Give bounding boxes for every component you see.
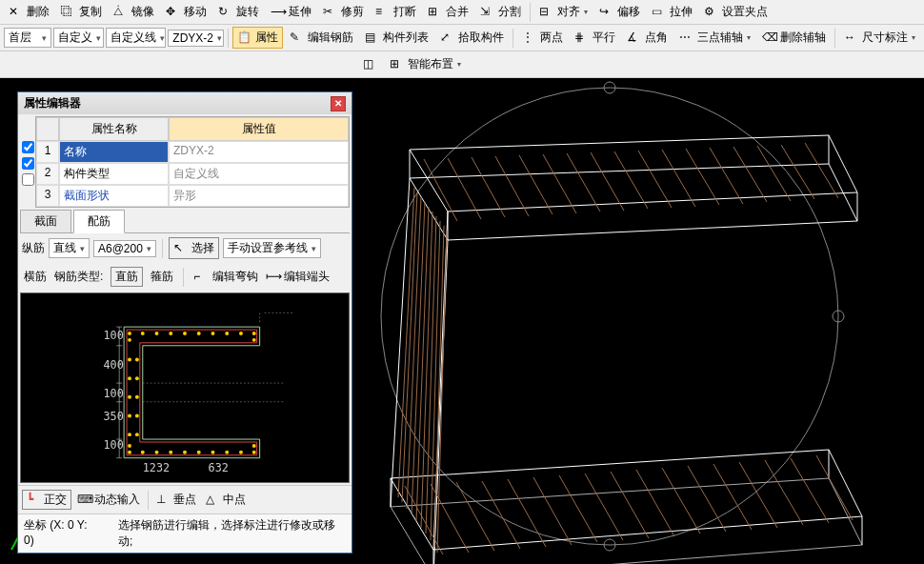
svg-text:350: 350 bbox=[103, 410, 123, 423]
zhi-button[interactable]: 直筋 bbox=[110, 267, 143, 287]
angle-icon: ∡ bbox=[627, 30, 642, 46]
select-button[interactable]: ↖选择 bbox=[169, 237, 219, 259]
perp-icon: ⊥ bbox=[156, 493, 171, 508]
mirror-button[interactable]: ⧊镜像 bbox=[109, 1, 159, 23]
svg-point-56 bbox=[197, 332, 201, 335]
svg-line-8 bbox=[519, 155, 552, 214]
smart-layout-button[interactable]: ⊞智能布置▾ bbox=[385, 53, 466, 75]
svg-point-68 bbox=[135, 395, 139, 399]
svg-line-17 bbox=[733, 147, 767, 202]
svg-point-63 bbox=[128, 358, 131, 362]
pointangle-button[interactable]: ∡点角 bbox=[622, 27, 673, 49]
svg-point-52 bbox=[141, 332, 145, 335]
extend-button[interactable]: ⟶延伸 bbox=[266, 1, 316, 23]
stretch-button[interactable]: ▭拉伸 bbox=[647, 1, 697, 23]
merge-icon: ⊞ bbox=[428, 5, 443, 20]
rotate-button[interactable]: ↻旋转 bbox=[213, 1, 264, 23]
editor-statusbar: 坐标 (X: 0 Y: 0) 选择钢筋进行编辑，选择标注进行修改或移动; bbox=[18, 514, 352, 553]
trim-button[interactable]: ✂修剪 bbox=[318, 1, 369, 23]
tab-section[interactable]: 截面 bbox=[20, 210, 71, 232]
svg-point-76 bbox=[141, 451, 145, 454]
hook-button[interactable]: ⌐ 编辑弯钩 bbox=[193, 269, 257, 285]
perp-snap[interactable]: ⊥垂点 bbox=[152, 491, 200, 509]
gu-button[interactable]: 箍筋 bbox=[151, 269, 173, 285]
tab-rebar[interactable]: 配筋 bbox=[73, 210, 125, 233]
end-icon: ⟼ bbox=[266, 270, 281, 285]
mid-snap[interactable]: △中点 bbox=[202, 491, 250, 509]
name-dropdown[interactable]: ZDYX-2 bbox=[168, 30, 224, 47]
move-icon: ✥ bbox=[166, 5, 181, 20]
offset-icon: ↪ bbox=[599, 5, 614, 20]
dim-button[interactable]: ↔尺寸标注▾ bbox=[839, 27, 920, 49]
svg-point-60 bbox=[252, 332, 256, 335]
svg-line-5 bbox=[448, 158, 481, 219]
parallel-button[interactable]: ⋕平行 bbox=[570, 27, 620, 49]
svg-point-84 bbox=[252, 451, 256, 454]
pick-button[interactable]: ⤢拾取构件 bbox=[435, 27, 509, 49]
copy-button[interactable]: ⿻复制 bbox=[56, 1, 107, 23]
move-button[interactable]: ✥移动 bbox=[161, 1, 211, 23]
threepoint-button[interactable]: ⋯三点辅轴▾ bbox=[674, 27, 755, 49]
svg-point-81 bbox=[211, 451, 215, 454]
type-dropdown[interactable]: 自定义线 bbox=[106, 28, 167, 48]
delete-button[interactable]: ✕删除 bbox=[4, 1, 54, 23]
svg-text:100: 100 bbox=[103, 438, 123, 452]
delaux-button[interactable]: ⌫删除辅轴 bbox=[757, 27, 831, 49]
svg-point-70 bbox=[135, 414, 139, 418]
svg-line-7 bbox=[495, 156, 529, 216]
toolbar-row-2: 首层 自定义 自定义线 ZDYX-2 📋属性 ✎编辑钢筋 ▤构件列表 ⤢拾取构件… bbox=[0, 25, 924, 51]
close-button[interactable]: ✕ bbox=[331, 96, 346, 111]
end-button[interactable]: ⟼ 编辑端头 bbox=[266, 269, 330, 285]
align-button[interactable]: ⊟对齐▾ bbox=[534, 1, 593, 23]
svg-line-12 bbox=[614, 151, 648, 209]
memberlist-button[interactable]: ▤构件列表 bbox=[360, 27, 433, 49]
svg-text:400: 400 bbox=[103, 358, 123, 372]
mirror-icon: ⧊ bbox=[113, 5, 129, 20]
rebar-subbar-2: 横筋 钢筋类型: 直筋 箍筋 ⌐ 编辑弯钩 ⟼ 编辑端头 bbox=[18, 263, 352, 291]
grid-row[interactable]: 1 名称 ZDYX-2 bbox=[36, 141, 349, 163]
properties-icon: 📋 bbox=[237, 30, 252, 46]
grid-row[interactable]: 2 构件类型 自定义线 bbox=[36, 163, 349, 185]
svg-point-82 bbox=[225, 451, 229, 454]
editrebar-button[interactable]: ✎编辑钢筋 bbox=[285, 27, 358, 49]
extend-icon: ⟶ bbox=[271, 5, 286, 20]
setgrip-button[interactable]: ⚙设置夹点 bbox=[699, 1, 773, 23]
section-preview[interactable]: 100 400 100 350 100 1232 632 bbox=[20, 292, 350, 483]
svg-line-20 bbox=[805, 143, 838, 198]
category-dropdown[interactable]: 自定义 bbox=[53, 28, 104, 48]
offset-button[interactable]: ↪偏移 bbox=[594, 1, 645, 23]
line-dropdown[interactable]: 直线 bbox=[49, 238, 90, 258]
svg-point-80 bbox=[197, 451, 201, 454]
threepoint-icon: ⋯ bbox=[679, 30, 694, 46]
svg-point-58 bbox=[225, 332, 229, 335]
toolbar-row-3: ◫ ⊞智能布置▾ bbox=[0, 51, 924, 78]
tool-icon-1[interactable]: ◫ bbox=[358, 54, 383, 75]
svg-point-71 bbox=[128, 433, 131, 436]
svg-line-16 bbox=[710, 148, 743, 204]
pick-icon: ⤢ bbox=[440, 30, 455, 46]
svg-point-66 bbox=[135, 376, 139, 380]
break-button[interactable]: ≡打断 bbox=[371, 1, 421, 23]
properties-button[interactable]: 📋属性 bbox=[232, 27, 283, 49]
row-2-check[interactable] bbox=[22, 157, 34, 170]
twopoint-button[interactable]: ⋮两点 bbox=[517, 27, 568, 49]
merge-button[interactable]: ⊞合并 bbox=[423, 1, 473, 23]
ref-dropdown[interactable]: 手动设置参考线 bbox=[223, 238, 321, 258]
panel-titlebar[interactable]: 属性编辑器 ✕ bbox=[18, 92, 352, 114]
dyn-toggle[interactable]: ⌨动态输入 bbox=[73, 491, 144, 509]
svg-line-18 bbox=[757, 146, 791, 201]
row-1-check[interactable] bbox=[22, 141, 34, 153]
svg-line-15 bbox=[686, 149, 719, 205]
svg-text:1232: 1232 bbox=[143, 461, 170, 474]
split-button[interactable]: ⇲分割 bbox=[475, 1, 526, 23]
svg-line-13 bbox=[638, 151, 672, 208]
align-icon: ⊟ bbox=[539, 5, 554, 20]
row-3-check[interactable] bbox=[22, 173, 34, 186]
grid-row[interactable]: 3 截面形状 异形 bbox=[36, 185, 349, 207]
toolbar-row-1: ✕删除 ⿻复制 ⧊镜像 ✥移动 ↻旋转 ⟶延伸 ✂修剪 ≡打断 ⊞合并 ⇲分割 … bbox=[0, 0, 924, 25]
ortho-toggle[interactable]: ┗正交 bbox=[22, 490, 71, 510]
spec-dropdown[interactable]: A6@200 bbox=[93, 240, 156, 257]
floor-dropdown[interactable]: 首层 bbox=[4, 28, 51, 48]
zong-label: 纵筋 bbox=[22, 240, 45, 256]
svg-point-62 bbox=[252, 338, 256, 342]
